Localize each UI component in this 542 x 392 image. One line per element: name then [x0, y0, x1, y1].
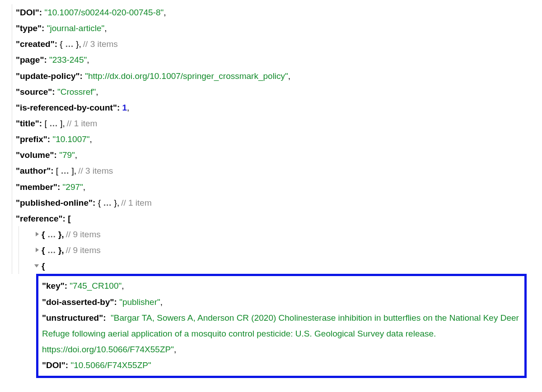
ref-doi: "DOI": "10.5066/F74X55ZP"	[42, 357, 521, 373]
entry-value: "10.1007"	[52, 131, 89, 147]
entry-value: "745_CR100"	[70, 278, 121, 294]
entry-key: "title":	[16, 115, 44, 131]
entry-created[interactable]: "created": { … }, // 3 items	[16, 36, 533, 52]
item-count: // 1 item	[121, 195, 152, 211]
entry-key: "DOI":	[16, 5, 44, 20]
item-count: // 9 items	[66, 242, 101, 258]
chevron-right-icon[interactable]	[36, 232, 39, 236]
ref-key: "key": "745_CR100",	[42, 278, 521, 294]
entry-value: "10.1007/s00244-020-00745-8"	[44, 5, 164, 20]
item-count: // 1 item	[67, 115, 98, 131]
entry-value: "http://dx.doi.org/10.1007/springer_cros…	[85, 68, 288, 84]
entry-title[interactable]: "title": [ … ], // 1 item	[16, 115, 533, 131]
entry-key: "member":	[16, 179, 63, 195]
entry-key: "page":	[16, 52, 49, 68]
entry-prefix: "prefix": "10.1007",	[16, 131, 533, 147]
chevron-right-icon[interactable]	[36, 248, 39, 252]
reference-item-expanded[interactable]: {	[33, 258, 533, 274]
ellipsis-icon[interactable]: …	[103, 195, 112, 211]
entry-value: 1	[122, 100, 127, 115]
entry-value: "Crossref"	[57, 84, 96, 100]
ellipsis-icon[interactable]: …	[65, 36, 74, 52]
entry-key: "DOI":	[42, 357, 70, 373]
entry-page: "page": "233-245",	[16, 52, 533, 68]
entry-key: "volume":	[16, 147, 59, 163]
ellipsis-icon[interactable]: …	[61, 163, 69, 179]
ellipsis-icon[interactable]: …	[49, 115, 58, 131]
entry-update-policy: "update-policy": "http://dx.doi.org/10.1…	[16, 68, 533, 84]
ref-doi-asserted-by: "doi-asserted-by": "publisher",	[42, 294, 521, 310]
entry-key: "type":	[16, 20, 47, 36]
entry-value: "Bargar TA, Sowers A, Anderson CR (2020)…	[42, 313, 519, 354]
reference-item-collapsed[interactable]: { … }, // 9 items	[33, 242, 533, 258]
entry-key: "doi-asserted-by":	[42, 294, 119, 310]
item-count: // 9 items	[66, 226, 101, 242]
entry-value: "233-245"	[49, 52, 87, 68]
reference-item-collapsed[interactable]: { … }, // 9 items	[33, 226, 533, 242]
entry-doi: "DOI": "10.1007/s00244-020-00745-8",	[16, 5, 533, 20]
entry-value: "10.5066/F74X55ZP"	[70, 357, 151, 373]
entry-volume: "volume": "79",	[16, 147, 533, 163]
entry-key: "is-referenced-by-count":	[16, 100, 122, 115]
entry-key: "reference":	[16, 211, 68, 226]
entry-key: "published-online":	[16, 195, 98, 211]
entry-value: "297"	[63, 179, 83, 195]
entry-key: "key":	[42, 278, 70, 294]
entry-value: "journal-article"	[47, 20, 105, 36]
entry-published-online[interactable]: "published-online": { … }, // 1 item	[16, 195, 533, 211]
item-count: // 3 items	[78, 163, 113, 179]
entry-author[interactable]: "author": [ … ], // 3 items	[16, 163, 533, 179]
entry-value: "publisher"	[119, 294, 160, 310]
entry-key: "prefix":	[16, 131, 52, 147]
entry-key: "author":	[16, 163, 56, 179]
entry-type: "type": "journal-article",	[16, 20, 533, 36]
entry-key: "source":	[16, 84, 57, 100]
ellipsis-icon[interactable]: …	[47, 226, 56, 242]
entry-reference: "reference": [	[16, 211, 533, 226]
entry-value: "79"	[59, 147, 75, 163]
reference-detail-highlight: "key": "745_CR100", "doi-asserted-by": "…	[36, 274, 527, 378]
entry-member: "member": "297",	[16, 179, 533, 195]
ref-unstructured: "unstructured": "Bargar TA, Sowers A, An…	[42, 310, 521, 357]
entry-key: "unstructured":	[42, 313, 108, 323]
entry-key: "update-policy":	[16, 68, 85, 84]
entry-key: "created":	[16, 36, 60, 52]
ellipsis-icon[interactable]: …	[47, 242, 56, 258]
chevron-down-icon[interactable]	[34, 264, 39, 267]
entry-source: "source": "Crossref",	[16, 84, 533, 100]
item-count: // 3 items	[83, 36, 118, 52]
entry-is-referenced-by-count: "is-referenced-by-count": 1,	[16, 100, 533, 115]
